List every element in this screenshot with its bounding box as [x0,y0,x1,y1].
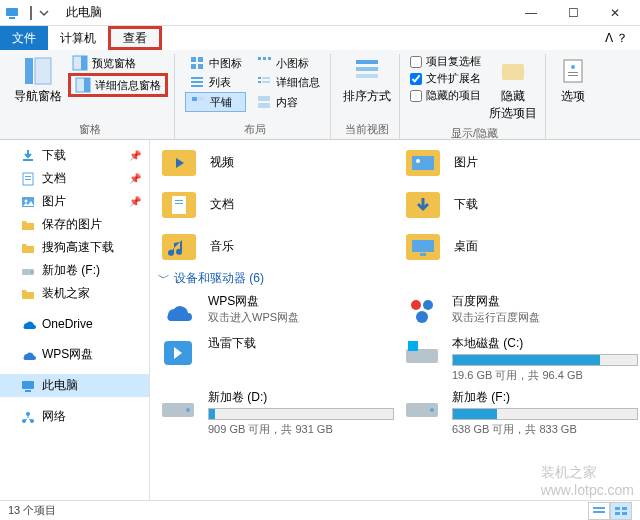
details-icon [256,74,272,90]
tiles-button[interactable]: 平铺 [185,92,246,112]
item-checkboxes-toggle[interactable]: 项目复选框 [410,54,481,69]
sidebar-item-wps[interactable]: WPS网盘 [0,343,149,366]
device-item[interactable]: WPS网盘双击进入WPS网盘 [156,291,396,331]
file-ext-toggle[interactable]: 文件扩展名 [410,71,481,86]
group-label-current-view: 当前视图 [341,120,393,139]
hidden-items-toggle[interactable]: 隐藏的项目 [410,88,481,103]
nav-pane-button[interactable]: 导航窗格 [12,54,64,107]
wps-icon [20,347,36,363]
drive-icon [158,389,198,425]
svg-point-52 [416,159,420,163]
small-icons-icon [256,55,272,71]
device-item[interactable]: 新加卷 (F:)638 GB 可用，共 833 GB [400,387,640,439]
tab-file[interactable]: 文件 [0,26,48,50]
svg-rect-44 [22,381,34,389]
wps-cloud-icon [158,293,198,329]
device-item[interactable]: 迅雷下载 [156,333,396,385]
list-icon [189,74,205,90]
hide-selected-button[interactable]: 隐藏 所选项目 [487,54,539,124]
tab-computer[interactable]: 计算机 [48,26,108,50]
svg-rect-27 [258,103,270,108]
svg-rect-8 [84,78,90,92]
svg-rect-15 [268,57,271,60]
maximize-button[interactable]: ☐ [552,0,594,26]
folder-downloads[interactable]: 下载 [400,184,640,224]
folder-documents[interactable]: 文档 [156,184,396,224]
folder-videos[interactable]: 视频 [156,142,396,182]
separator-icon [26,4,36,22]
device-item[interactable]: 新加卷 (D:)909 GB 可用，共 931 GB [156,387,396,439]
content-icon [256,94,272,110]
svg-rect-38 [25,176,31,177]
medium-icons-button[interactable]: 中图标 [185,54,246,72]
icons-view-toggle[interactable] [610,502,632,520]
small-icons-button[interactable]: 小图标 [252,54,324,72]
svg-rect-77 [622,512,627,515]
svg-rect-56 [175,203,183,204]
svg-rect-20 [262,77,270,79]
svg-rect-31 [502,64,524,80]
svg-rect-39 [25,179,31,180]
preview-pane-button[interactable]: 预览窗格 [68,54,168,72]
sidebar-item-network[interactable]: 网络 [0,405,149,428]
downloads-folder-icon [402,186,444,222]
network-icon [20,409,36,425]
ribbon-group-layout: 中图标 小图标 列表 详细信息 平铺 内容 布局 [179,54,331,139]
svg-rect-6 [81,56,87,70]
nav-pane-icon [23,56,53,86]
svg-point-33 [571,65,575,69]
title-bar: 此电脑 — ☐ ✕ [0,0,640,26]
svg-rect-17 [191,81,203,83]
window-title: 此电脑 [66,4,102,21]
tab-view[interactable]: 查看 [108,26,162,50]
details-view-toggle[interactable] [588,502,610,520]
thispc-icon [4,4,22,22]
sidebar-item-onedrive[interactable]: OneDrive [0,313,149,335]
qat-dropdown-icon[interactable] [36,4,54,22]
sort-by-button[interactable]: 排序方式 [341,54,393,107]
svg-rect-28 [356,60,378,64]
item-count: 13 个项目 [8,503,56,518]
svg-rect-36 [23,159,33,161]
folder-desktop[interactable]: 桌面 [400,226,640,266]
folder-icon [20,240,36,256]
svg-rect-14 [263,57,266,60]
content-button[interactable]: 内容 [252,92,324,112]
svg-rect-58 [162,234,196,260]
sidebar-item-folder[interactable]: 装机之家 [0,282,149,305]
options-button[interactable]: 选项 [556,54,590,107]
list-button[interactable]: 列表 [185,73,246,91]
sidebar-item-drive[interactable]: 新加卷 (F:) [0,259,149,282]
svg-rect-60 [412,240,434,252]
sidebar-item-documents[interactable]: 文档📌 [0,167,149,190]
svg-point-71 [430,408,434,412]
svg-rect-32 [564,60,582,82]
svg-rect-45 [25,390,31,392]
svg-rect-34 [568,72,578,73]
sidebar-item-folder[interactable]: 保存的图片 [0,213,149,236]
sidebar-item-pictures[interactable]: 图片📌 [0,190,149,213]
devices-section-header[interactable]: ﹀ 设备和驱动器 (6) [156,266,640,291]
svg-point-62 [411,300,421,310]
details-pane-button[interactable]: 详细信息窗格 [68,73,168,97]
folder-music[interactable]: 音乐 [156,226,396,266]
device-item[interactable]: 百度网盘双击运行百度网盘 [400,291,640,331]
folder-pictures[interactable]: 图片 [400,142,640,182]
svg-rect-35 [568,75,578,76]
pin-icon: 📌 [129,173,141,184]
svg-rect-23 [192,97,197,101]
details-button[interactable]: 详细信息 [252,73,324,91]
close-button[interactable]: ✕ [594,0,636,26]
tiles-icon [190,94,206,110]
minimize-button[interactable]: — [510,0,552,26]
sidebar-item-downloads[interactable]: 下载📌 [0,144,149,167]
sidebar-item-thispc[interactable]: 此电脑 [0,374,149,397]
pin-icon: 📌 [129,150,141,161]
svg-rect-1 [9,17,15,19]
sidebar-item-folder[interactable]: 搜狗高速下载 [0,236,149,259]
ribbon-help-icon[interactable]: ᐱ ？ [593,26,640,50]
onedrive-icon [20,316,36,332]
ribbon-tabs: 文件 计算机 查看 ᐱ ？ [0,26,640,50]
device-item[interactable]: 本地磁盘 (C:)19.6 GB 可用，共 96.4 GB [400,333,640,385]
svg-point-46 [26,412,30,416]
